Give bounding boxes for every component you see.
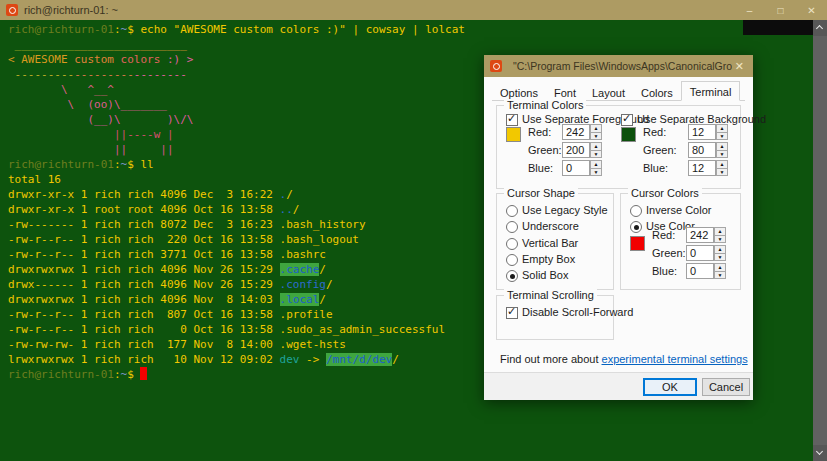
check-icon: ✓ [622, 112, 631, 125]
terminal-text-segment: total 16 [8, 173, 61, 186]
check-icon: ✓ [507, 305, 516, 318]
fg-blue-value[interactable]: 0 [562, 160, 590, 176]
fg-green-label: Green: [528, 144, 562, 156]
use-legacy-style-label: Use Legacy Style [522, 204, 608, 216]
spin-down-icon[interactable]: ▼ [714, 236, 726, 244]
fg-blue-label: Blue: [528, 162, 553, 174]
radio-vertical-bar[interactable] [506, 238, 518, 250]
experimental-settings-link[interactable]: experimental terminal settings [602, 353, 748, 365]
spin-down-icon[interactable]: ▼ [590, 169, 602, 177]
vertical-bar-label: Vertical Bar [522, 237, 578, 249]
bg-green-value[interactable]: 80 [688, 142, 716, 158]
spin-up-icon[interactable]: ▲ [714, 263, 726, 272]
radio-underscore[interactable] [506, 221, 518, 233]
fg-red-label: Red: [528, 126, 551, 138]
spin-down-icon[interactable]: ▼ [716, 151, 728, 159]
spin-up-icon[interactable]: ▲ [714, 227, 726, 236]
fg-green-spinner[interactable]: ▲▼ [590, 142, 602, 158]
bg-red-spinner[interactable]: ▲▼ [716, 124, 728, 140]
tab-layout[interactable]: Layout [584, 84, 633, 101]
minimize-button[interactable]: – [734, 0, 765, 20]
terminal-text-segment: / [293, 203, 300, 216]
scroll-up-button[interactable] [813, 20, 827, 36]
spin-down-icon[interactable]: ▼ [590, 133, 602, 141]
terminal-text-segment: drwxrwxrwx 1 rich rich 4096 Nov 26 15:29 [8, 263, 280, 276]
bg-green-spinner[interactable]: ▲▼ [716, 142, 728, 158]
radio-inverse-color[interactable] [630, 205, 642, 217]
terminal-text-segment: :) > [167, 53, 194, 66]
tab-terminal[interactable]: Terminal [681, 81, 741, 101]
cursor-red-value[interactable]: 242 [686, 227, 714, 243]
spin-up-icon[interactable]: ▲ [590, 142, 602, 151]
cursor-blue-value[interactable]: 0 [686, 263, 714, 279]
terminal-text-segment: custom [74, 53, 120, 66]
radio-empty-box[interactable] [506, 254, 518, 266]
scroll-down-button[interactable] [813, 445, 827, 461]
terminal-line: __________________________ [8, 37, 813, 52]
cursor-blue-spinner[interactable]: ▲▼ [714, 263, 726, 279]
terminal-text-segment: -rw-r--r-- 1 rich rich 220 Oct 16 13:58 … [8, 233, 359, 246]
cursor-shape-label: Cursor Shape [504, 187, 578, 199]
terminal-text-segment: .. [280, 203, 293, 216]
cursor-color-swatch [630, 236, 645, 251]
terminal-text-segment: drwxrwxrwx 1 rich rich 4096 Nov 8 14:03 [8, 293, 280, 306]
spin-down-icon[interactable]: ▼ [716, 133, 728, 141]
radio-solid-box[interactable] [506, 270, 518, 282]
fg-blue-spinner[interactable]: ▲▼ [590, 160, 602, 176]
window-titlebar[interactable]: rich@richturn-01: ~ – □ ✕ [0, 0, 827, 20]
radio-dot-icon [634, 225, 639, 230]
fg-red-value[interactable]: 242 [562, 124, 590, 140]
scrollbar-thumb[interactable] [813, 36, 827, 445]
close-button[interactable]: ✕ [796, 0, 827, 20]
fg-red-spinner[interactable]: ▲▼ [590, 124, 602, 140]
use-separate-background-checkbox[interactable]: ✓ [621, 114, 633, 126]
cursor-green-spinner[interactable]: ▲▼ [714, 245, 726, 261]
chevron-down-icon [816, 448, 823, 455]
spin-up-icon[interactable]: ▲ [714, 245, 726, 254]
use-separate-foreground-checkbox[interactable]: ✓ [506, 114, 518, 126]
spin-down-icon[interactable]: ▼ [714, 272, 726, 280]
terminal-text-segment: $ ll [127, 158, 154, 171]
terminal-scrollbar[interactable] [813, 20, 827, 461]
bg-red-value[interactable]: 12 [688, 124, 716, 140]
spin-up-icon[interactable]: ▲ [716, 124, 728, 133]
radio-use-legacy-style[interactable] [506, 205, 518, 217]
spin-up-icon[interactable]: ▲ [590, 160, 602, 169]
bg-blue-spinner[interactable]: ▲▼ [716, 160, 728, 176]
ok-button[interactable]: OK [643, 378, 697, 396]
disable-scroll-forward-checkbox[interactable]: ✓ [506, 307, 518, 319]
spin-down-icon[interactable]: ▼ [590, 151, 602, 159]
spin-up-icon[interactable]: ▲ [716, 160, 728, 169]
spin-up-icon[interactable]: ▲ [716, 142, 728, 151]
spin-down-icon[interactable]: ▼ [714, 254, 726, 262]
terminal-text-segment: : [114, 23, 121, 36]
underscore-label: Underscore [522, 220, 579, 232]
terminal-text-segment: \ (oo)\_______ [8, 98, 167, 111]
tab-colors[interactable]: Colors [633, 84, 681, 101]
cursor-red-spinner[interactable]: ▲▼ [714, 227, 726, 243]
dialog-footer: OK Cancel [484, 372, 753, 400]
terminal-text-segment: < AWESOME [8, 53, 74, 66]
radio-use-color[interactable] [630, 221, 642, 233]
ubuntu-icon [6, 4, 18, 16]
terminal-text-segment: -rw-r--r-- 1 rich rich 0 Oct 16 13:58 .s… [8, 323, 445, 336]
cursor-green-value[interactable]: 0 [686, 245, 714, 261]
terminal-text-segment: -rw-rw-rw- 1 rich rich 177 Nov 8 14:00 .… [8, 338, 346, 351]
bg-red-label: Red: [643, 126, 666, 138]
terminal-text-segment: -rw-r--r-- 1 rich rich 3771 Oct 16 13:58… [8, 248, 326, 261]
dialog-close-icon[interactable]: ✕ [732, 60, 747, 73]
terminal-colors-label: Terminal Colors [504, 99, 586, 111]
dialog-titlebar[interactable]: "C:\Program Files\WindowsApps\CanonicalG… [484, 55, 753, 77]
bg-blue-value[interactable]: 12 [688, 160, 716, 176]
cancel-button[interactable]: Cancel [702, 378, 750, 396]
spin-down-icon[interactable]: ▼ [716, 169, 728, 177]
terminal-text-segment: drwx------ 1 rich rich 4096 Nov 26 15:29 [8, 278, 280, 291]
empty-box-label: Empty Box [522, 253, 575, 265]
solid-box-label: Solid Box [522, 269, 568, 281]
spin-up-icon[interactable]: ▲ [590, 124, 602, 133]
fg-green-value[interactable]: 200 [562, 142, 590, 158]
maximize-button[interactable]: □ [765, 0, 796, 20]
terminal-text-segment: /mnt/d/dev [326, 353, 392, 366]
chevron-up-icon [816, 25, 823, 32]
terminal-text-segment: _________ [74, 38, 134, 51]
